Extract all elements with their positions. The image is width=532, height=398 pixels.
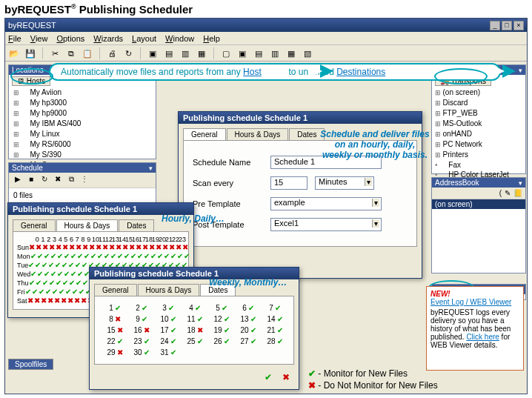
post-template-select[interactable]: Excel1 bbox=[270, 218, 382, 231]
date-cell[interactable]: 16 ✖ bbox=[130, 326, 153, 334]
event-log-link[interactable]: Event Log / WEB Viewer bbox=[430, 298, 511, 306]
tool-d-icon[interactable]: ▦ bbox=[196, 47, 207, 59]
tool-copy-icon[interactable]: ⧉ bbox=[65, 47, 77, 59]
hour-cell[interactable]: ✔ bbox=[64, 253, 70, 260]
tool-j-icon[interactable]: ▧ bbox=[302, 47, 313, 59]
host-link[interactable]: Host bbox=[243, 67, 262, 77]
hour-cell[interactable]: ✖ bbox=[82, 244, 88, 251]
hour-cell[interactable]: ✖ bbox=[116, 244, 122, 251]
date-cell[interactable]: 17 ✔ bbox=[157, 326, 179, 334]
panel-dropdown-icon[interactable]: ▾ bbox=[519, 179, 522, 187]
panel-dropdown-icon[interactable]: ▾ bbox=[519, 67, 522, 74]
hour-cell[interactable]: ✔ bbox=[36, 279, 41, 287]
tool-c-icon[interactable]: ▥ bbox=[179, 47, 191, 59]
date-cell[interactable]: 1 ✔ bbox=[104, 304, 126, 312]
date-cell[interactable]: 31 ✔ bbox=[157, 348, 179, 356]
menu-options[interactable]: Options bbox=[56, 34, 84, 43]
hour-cell[interactable]: ✖ bbox=[27, 297, 33, 305]
tab-general[interactable]: General bbox=[13, 219, 56, 231]
hour-cell[interactable]: ✔ bbox=[55, 262, 61, 269]
sched-tool-icon[interactable]: ■ bbox=[26, 175, 36, 185]
transport-item[interactable]: Discard bbox=[435, 98, 522, 108]
location-item[interactable]: My S/390 bbox=[13, 150, 151, 160]
tool-print-icon[interactable]: 🖨 bbox=[106, 47, 118, 59]
date-cell[interactable]: 8 ✖ bbox=[104, 315, 126, 323]
tool-a-icon[interactable]: ▣ bbox=[147, 47, 159, 59]
hour-cell[interactable]: ✔ bbox=[28, 262, 34, 269]
hour-cell[interactable]: ✔ bbox=[130, 253, 136, 260]
tool-e-icon[interactable]: ▢ bbox=[220, 47, 232, 59]
tab-hours-days[interactable]: Hours & Days bbox=[227, 128, 289, 140]
ab-book-icon[interactable]: 📒 bbox=[513, 189, 522, 197]
hour-cell[interactable]: ✖ bbox=[76, 244, 82, 251]
hour-cell[interactable]: ✔ bbox=[57, 253, 63, 260]
hour-cell[interactable]: ✔ bbox=[62, 279, 68, 287]
hour-cell[interactable]: ✔ bbox=[44, 253, 50, 260]
sched-tool-icon[interactable]: ↻ bbox=[39, 175, 50, 185]
location-item[interactable]: My Linux bbox=[13, 129, 151, 139]
hour-cell[interactable]: ✔ bbox=[104, 253, 110, 260]
hour-cell[interactable]: ✔ bbox=[170, 253, 176, 260]
dates-ok-icon[interactable]: ✔ bbox=[265, 372, 272, 382]
hour-cell[interactable]: ✖ bbox=[62, 244, 68, 251]
scan-unit-select[interactable]: Minutes bbox=[315, 176, 374, 190]
hour-cell[interactable]: ✔ bbox=[45, 288, 51, 296]
hour-cell[interactable]: ✖ bbox=[149, 244, 155, 251]
hour-cell[interactable]: ✔ bbox=[177, 253, 183, 260]
hour-cell[interactable]: ✖ bbox=[176, 244, 182, 251]
menu-layout[interactable]: Layout bbox=[132, 34, 156, 43]
hour-cell[interactable]: ✖ bbox=[74, 297, 80, 305]
hour-cell[interactable]: ✔ bbox=[49, 279, 55, 287]
tool-g-icon[interactable]: ▤ bbox=[253, 47, 265, 59]
date-cell[interactable]: 6 ✔ bbox=[237, 304, 259, 312]
hour-cell[interactable]: ✖ bbox=[61, 297, 67, 305]
tool-b-icon[interactable]: ▤ bbox=[163, 47, 175, 59]
tool-paste-icon[interactable]: 📋 bbox=[82, 47, 93, 59]
tab-general[interactable]: General bbox=[183, 128, 226, 140]
tab-hours-days[interactable]: Hours & Days bbox=[138, 284, 200, 296]
hour-cell[interactable]: ✔ bbox=[56, 279, 61, 287]
close-button[interactable]: × bbox=[513, 21, 524, 30]
hour-cell[interactable]: ✖ bbox=[136, 244, 142, 251]
hour-cell[interactable]: ✔ bbox=[30, 271, 36, 278]
date-cell[interactable]: 7 ✔ bbox=[264, 304, 286, 312]
date-cell[interactable]: 29 ✖ bbox=[104, 348, 126, 356]
spoolfiles-tab[interactable]: Spoolfiles bbox=[8, 359, 53, 370]
hour-cell[interactable]: ✖ bbox=[56, 244, 61, 251]
hour-cell[interactable]: ✔ bbox=[77, 253, 83, 260]
hour-cell[interactable]: ✔ bbox=[137, 253, 143, 260]
hour-cell[interactable]: ✔ bbox=[25, 288, 31, 296]
sched-tool-icon[interactable]: ▶ bbox=[13, 175, 23, 185]
hour-cell[interactable]: ✖ bbox=[156, 244, 162, 251]
destinations-link[interactable]: Destinations bbox=[336, 67, 385, 77]
hour-cell[interactable]: ✖ bbox=[142, 244, 148, 251]
hour-cell[interactable]: ✔ bbox=[157, 253, 163, 260]
hour-cell[interactable]: ✖ bbox=[169, 244, 175, 251]
date-cell[interactable]: 20 ✔ bbox=[237, 326, 259, 334]
date-cell[interactable]: 19 ✔ bbox=[210, 326, 233, 334]
pre-template-select[interactable]: example bbox=[270, 197, 382, 210]
addressbook-selected[interactable]: (on screen) bbox=[432, 199, 525, 209]
ab-select-icon[interactable]: ( bbox=[499, 189, 502, 197]
hour-cell[interactable]: ✔ bbox=[39, 288, 44, 296]
hour-cell[interactable]: ✔ bbox=[90, 253, 96, 260]
hour-cell[interactable]: ✔ bbox=[150, 253, 156, 260]
date-cell[interactable]: 10 ✔ bbox=[157, 315, 179, 323]
location-item[interactable]: My hp9000 bbox=[13, 108, 151, 119]
tool-h-icon[interactable]: ▥ bbox=[269, 47, 281, 59]
date-cell[interactable]: 23 ✔ bbox=[130, 337, 153, 345]
scan-every-input[interactable]: 15 bbox=[270, 176, 307, 190]
hour-cell[interactable]: ✖ bbox=[89, 244, 95, 251]
dates-cancel-icon[interactable]: ✖ bbox=[282, 372, 290, 382]
transport-item[interactable]: Fax bbox=[435, 160, 522, 170]
hour-cell[interactable]: ✔ bbox=[110, 253, 116, 260]
hour-cell[interactable]: ✔ bbox=[84, 253, 90, 260]
hour-cell[interactable]: ✔ bbox=[77, 271, 83, 278]
hour-cell[interactable]: ✔ bbox=[64, 271, 70, 278]
menu-view[interactable]: View bbox=[30, 34, 48, 43]
hour-cell[interactable]: ✖ bbox=[162, 244, 168, 251]
hour-cell[interactable]: ✖ bbox=[36, 244, 41, 251]
tool-refresh-icon[interactable]: ↻ bbox=[122, 47, 134, 59]
hour-cell[interactable]: ✔ bbox=[29, 279, 35, 287]
date-cell[interactable]: 18 ✖ bbox=[184, 326, 206, 334]
